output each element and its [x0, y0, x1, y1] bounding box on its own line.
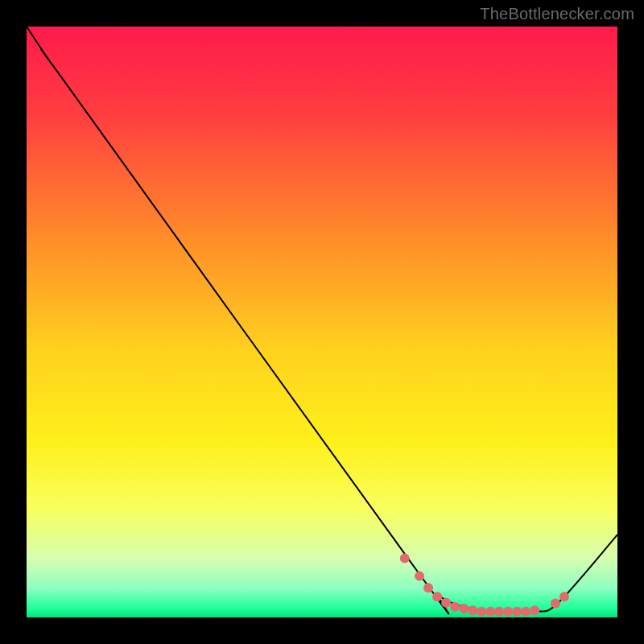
- chart-svg: [27, 27, 617, 617]
- data-marker: [512, 607, 522, 617]
- data-marker: [415, 572, 424, 581]
- data-marker: [477, 607, 486, 617]
- data-marker: [503, 607, 513, 617]
- plot-area: [27, 27, 617, 617]
- data-marker: [551, 598, 560, 608]
- data-marker: [494, 607, 504, 617]
- data-marker: [450, 602, 460, 612]
- attribution-label: TheBottlenecker.com: [480, 5, 634, 23]
- data-marker: [400, 554, 410, 564]
- data-marker: [559, 592, 569, 601]
- data-marker: [530, 605, 539, 615]
- data-marker: [485, 607, 495, 617]
- data-marker: [432, 592, 442, 601]
- data-marker: [423, 583, 433, 592]
- data-marker: [459, 604, 469, 613]
- data-marker: [521, 607, 530, 617]
- data-marker: [468, 605, 477, 615]
- gradient-background: [27, 27, 617, 617]
- chart-frame: TheBottlenecker.com: [0, 0, 644, 644]
- data-marker: [441, 598, 451, 608]
